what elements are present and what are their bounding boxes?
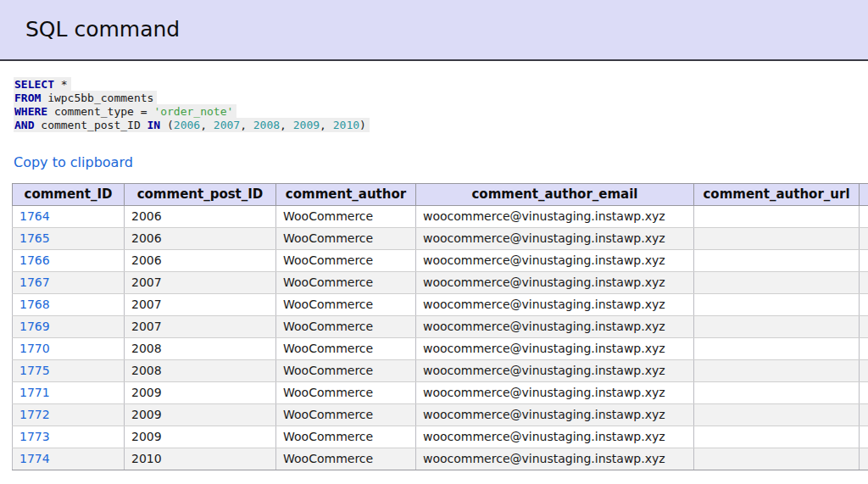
cell-comment-author: WooCommerce [276,360,416,382]
cell-comment-author-email: woocommerce@vinustaging.instawp.xyz [416,382,694,404]
cell-comment-post-id: 2008 [125,360,276,382]
cell-comment-author: WooCommerce [276,272,416,294]
cell-comment-author: WooCommerce [276,228,416,250]
cell-truncated [860,206,868,228]
column-header-comment-id: comment_ID [13,184,125,206]
column-header-comment-author-email: comment_author_email [416,184,694,206]
sql-token-num: 2006 [174,119,200,131]
sql-token-pl: , [280,119,293,131]
cell-truncated [860,360,868,382]
comment-id-link[interactable]: 1773 [19,430,50,443]
table-header-row: comment_ID comment_post_ID comment_autho… [13,184,868,206]
cell-comment-author-url [694,294,860,316]
sql-line: WHERE comment_type = 'order_note' [14,105,868,119]
cell-truncated [860,426,868,448]
cell-comment-id: 1771 [13,382,125,404]
cell-comment-post-id: 2007 [125,272,276,294]
column-header-comment-author: comment_author [276,184,416,206]
cell-comment-id: 1773 [13,426,125,448]
cell-comment-author: WooCommerce [276,448,416,470]
results-table: comment_ID comment_post_ID comment_autho… [12,183,868,470]
cell-comment-id: 1772 [13,404,125,426]
comment-id-link[interactable]: 1774 [19,452,50,465]
page-title: SQL command [0,0,868,61]
cell-comment-author: WooCommerce [276,206,416,228]
comment-id-link[interactable]: 1764 [19,209,50,223]
sql-code: SELECT *FROM iwpc5bb_commentsWHERE comme… [14,78,868,132]
sql-token-num: 2010 [333,119,359,131]
sql-line: SELECT * [14,78,868,92]
comment-id-link[interactable]: 1775 [19,364,50,377]
cell-comment-post-id: 2006 [125,250,276,272]
cell-comment-author: WooCommerce [276,250,416,272]
sql-token-pl: , [200,119,214,131]
cell-comment-author-url [694,360,860,382]
table-row: 17672007WooCommercewoocommerce@vinustagi… [13,272,868,294]
cell-comment-author-email: woocommerce@vinustaging.instawp.xyz [416,448,694,470]
table-row: 17642006WooCommercewoocommerce@vinustagi… [13,206,868,228]
table-row: 17742010WooCommercewoocommerce@vinustagi… [13,448,868,470]
cell-comment-author-email: woocommerce@vinustaging.instawp.xyz [416,338,694,360]
sql-token-kw: FROM [14,92,41,104]
cell-comment-author-email: woocommerce@vinustaging.instawp.xyz [416,404,694,426]
sql-token-pl: ) [359,119,366,131]
cell-truncated [860,316,868,338]
cell-truncated [860,228,868,250]
cell-comment-author-email: woocommerce@vinustaging.instawp.xyz [416,250,694,272]
comment-id-link[interactable]: 1770 [19,342,50,355]
cell-comment-author-email: woocommerce@vinustaging.instawp.xyz [416,294,694,316]
cell-comment-post-id: 2006 [125,228,276,250]
comment-id-link[interactable]: 1767 [19,275,50,289]
sql-token-pl: , [320,119,333,131]
table-row: 17652006WooCommercewoocommerce@vinustagi… [13,228,868,250]
copy-to-clipboard-link[interactable]: Copy to clipboard [14,154,133,170]
cell-comment-author-email: woocommerce@vinustaging.instawp.xyz [416,316,694,338]
copy-link-row: Copy to clipboard [14,154,868,170]
cell-comment-author: WooCommerce [276,294,416,316]
cell-comment-author-url [694,404,860,426]
sql-line: FROM iwpc5bb_comments [14,92,868,105]
sql-token-pl: iwpc5bb_comments [41,92,153,104]
sql-token-num: 2007 [214,119,240,131]
cell-comment-post-id: 2010 [125,448,276,470]
cell-comment-id: 1764 [13,206,125,228]
cell-comment-author: WooCommerce [276,338,416,360]
comment-id-link[interactable]: 1766 [19,253,50,267]
cell-comment-post-id: 2007 [125,294,276,316]
table-row: 17722009WooCommercewoocommerce@vinustagi… [13,404,868,426]
cell-truncated [860,382,868,404]
sql-token-pl: , [240,119,253,131]
cell-comment-id: 1774 [13,448,125,470]
cell-comment-author-url [694,272,860,294]
sql-token-pl: ( [160,119,174,131]
cell-comment-author-url [694,448,860,470]
cell-comment-post-id: 2009 [125,382,276,404]
cell-comment-author-url [694,338,860,360]
table-row: 17712009WooCommercewoocommerce@vinustagi… [13,382,868,404]
comment-id-link[interactable]: 1772 [19,408,50,421]
cell-comment-author-url [694,228,860,250]
cell-comment-id: 1769 [13,316,125,338]
cell-truncated [860,272,868,294]
comment-id-link[interactable]: 1768 [19,298,50,311]
table-row: 17702008WooCommercewoocommerce@vinustagi… [13,338,868,360]
sql-token-kw: WHERE [14,105,47,118]
sql-line: AND comment_post_ID IN (2006, 2007, 2008… [14,119,868,132]
table-row: 17692007WooCommercewoocommerce@vinustagi… [13,316,868,338]
sql-command-page: SQL command SELECT *FROM iwpc5bb_comment… [0,0,868,484]
table-row: 17662006WooCommercewoocommerce@vinustagi… [13,250,868,272]
cell-comment-id: 1766 [13,250,125,272]
cell-comment-author-url [694,426,860,448]
comment-id-link[interactable]: 1769 [19,320,50,333]
cell-comment-id: 1765 [13,228,125,250]
cell-comment-author-url [694,382,860,404]
cell-comment-id: 1770 [13,338,125,360]
cell-truncated [860,338,868,360]
comment-id-link[interactable]: 1765 [19,231,50,245]
cell-comment-author-url [694,316,860,338]
cell-comment-author-email: woocommerce@vinustaging.instawp.xyz [416,228,694,250]
column-header-comment-author-url: comment_author_url [694,184,860,206]
sql-token-kw: IN [147,119,161,131]
comment-id-link[interactable]: 1771 [19,386,50,399]
cell-comment-author: WooCommerce [276,316,416,338]
